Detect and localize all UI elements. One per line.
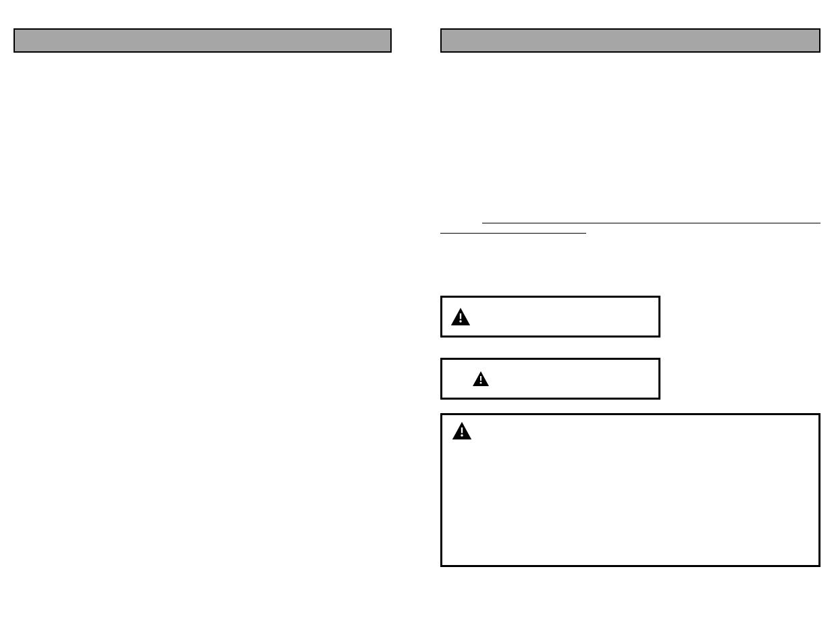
alert-triangle-icon (452, 422, 472, 439)
rule-group (440, 223, 820, 234)
spacer (440, 400, 820, 413)
warning-label-box-1 (440, 296, 660, 338)
left-section-header (14, 28, 392, 53)
horizontal-rule (482, 223, 820, 223)
left-column (14, 28, 392, 630)
svg-rect-4 (461, 427, 463, 433)
warning-label-box-2 (440, 358, 660, 400)
svg-rect-0 (460, 313, 461, 319)
alert-triangle-icon (450, 308, 471, 325)
right-section-header (440, 28, 820, 53)
svg-point-1 (459, 320, 462, 323)
right-column (440, 28, 820, 630)
spacer (440, 55, 820, 223)
svg-point-5 (461, 434, 463, 437)
spacer (440, 234, 820, 296)
svg-point-3 (480, 382, 482, 384)
alert-triangle-icon (472, 371, 490, 386)
warning-block (440, 413, 820, 567)
manual-page (0, 0, 834, 644)
spacer (440, 338, 820, 358)
svg-rect-2 (480, 376, 481, 381)
